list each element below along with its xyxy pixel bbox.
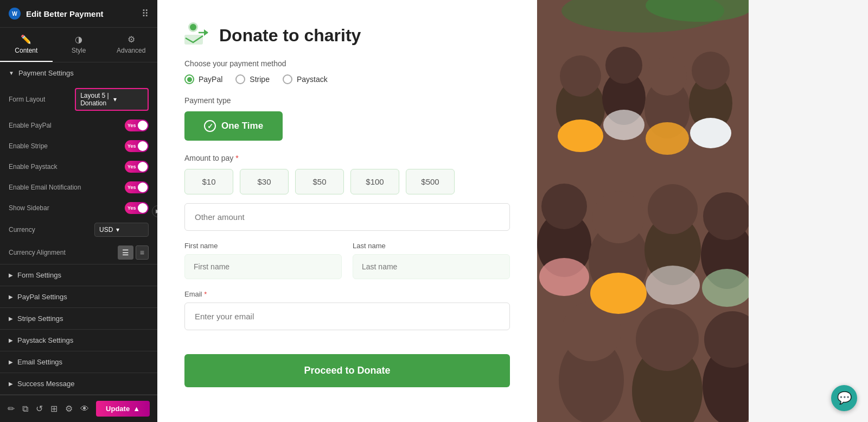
- email-settings-header[interactable]: ▶ Email Settings: [0, 351, 157, 373]
- advanced-icon: ⚙: [127, 34, 135, 45]
- email-label: Email *: [184, 290, 510, 298]
- paystack-settings-header[interactable]: ▶ Paystack Settings: [0, 330, 157, 351]
- payment-settings-section: ▼ Payment Settings Form Layout Layout 5 …: [0, 62, 157, 264]
- image-panel: [537, 0, 749, 422]
- svg-point-30: [690, 118, 731, 148]
- amount-50-button[interactable]: $50: [295, 169, 344, 194]
- enable-paystack-toggle[interactable]: Yes: [125, 161, 149, 173]
- paystack-settings-arrow: ▶: [9, 337, 13, 343]
- stripe-option[interactable]: Stripe: [235, 74, 270, 84]
- payment-settings-arrow: ▼: [9, 70, 14, 76]
- currency-row: Currency USD ▾: [0, 218, 157, 241]
- svg-point-29: [646, 122, 689, 155]
- svg-point-24: [636, 308, 699, 371]
- toggle-knob: [138, 162, 148, 172]
- amount-label: Amount to pay *: [184, 154, 510, 162]
- app-title: Edit Better Payment: [26, 9, 104, 18]
- last-name-group: Last name: [353, 242, 510, 279]
- last-name-label: Last name: [353, 242, 510, 250]
- form-settings-header[interactable]: ▶ Form Settings: [0, 264, 157, 286]
- dropdown-arrow-icon: ▾: [113, 96, 143, 103]
- first-name-group: First name: [184, 242, 342, 279]
- paypal-radio: [184, 74, 194, 84]
- paystack-settings-section: ▶ Paystack Settings: [0, 330, 157, 351]
- svg-point-1: [190, 24, 196, 30]
- one-time-button[interactable]: ✓ One Time: [184, 111, 283, 141]
- form-layout-select[interactable]: Layout 5 | Donation ▾: [75, 88, 149, 111]
- align-left-button[interactable]: ☰: [118, 245, 133, 260]
- paystack-option[interactable]: Paystack: [283, 74, 328, 84]
- currency-select[interactable]: USD ▾: [94, 223, 149, 237]
- paypal-option[interactable]: PayPal: [184, 74, 222, 84]
- currency-dropdown-arrow-icon: ▾: [116, 226, 119, 234]
- svg-point-16: [592, 191, 644, 243]
- paypal-settings-arrow: ▶: [9, 294, 13, 300]
- amount-500-button[interactable]: $500: [406, 169, 455, 194]
- tab-content[interactable]: ✏️ Content: [0, 28, 53, 62]
- layers-icon[interactable]: ⧉: [22, 404, 28, 414]
- stripe-settings-header[interactable]: ▶ Stripe Settings: [0, 308, 157, 329]
- email-section: Email *: [184, 290, 510, 341]
- first-name-input[interactable]: [184, 254, 342, 279]
- chat-bubble-button[interactable]: 💬: [831, 385, 857, 411]
- email-input[interactable]: [184, 303, 510, 330]
- payment-type-label: Payment type: [184, 96, 510, 105]
- svg-point-32: [590, 273, 647, 314]
- grid-icon[interactable]: ⠿: [142, 8, 149, 20]
- svg-point-20: [703, 192, 749, 240]
- paypal-settings-header[interactable]: ▶ PayPal Settings: [0, 286, 157, 307]
- show-sidebar-toggle[interactable]: Yes: [125, 202, 149, 214]
- check-circle-icon: ✓: [204, 120, 216, 132]
- align-right-button[interactable]: ≡: [136, 245, 149, 260]
- enable-stripe-label: Enable Stripe: [9, 142, 48, 150]
- paystack-radio: [283, 74, 292, 84]
- paypal-settings-section: ▶ PayPal Settings: [0, 286, 157, 308]
- enable-paypal-label: Enable PayPal: [9, 122, 52, 129]
- main-content: Donate to charity Choose your payment me…: [157, 0, 868, 422]
- currency-alignment-row: Currency Alignment ☰ ≡: [0, 241, 157, 264]
- amount-10-button[interactable]: $10: [184, 169, 233, 194]
- payment-settings-header[interactable]: ▼ Payment Settings: [0, 62, 157, 84]
- page-icon[interactable]: ⊞: [50, 404, 58, 414]
- enable-paypal-toggle[interactable]: Yes: [125, 119, 149, 131]
- success-message-header[interactable]: ▶ Success Message: [0, 373, 157, 394]
- name-row: First name Last name: [184, 242, 510, 279]
- amount-100-button[interactable]: $100: [350, 169, 399, 194]
- proceed-button[interactable]: Proceed to Donate: [184, 354, 510, 387]
- tab-style[interactable]: ◑ Style: [53, 28, 105, 62]
- enable-email-toggle[interactable]: Yes: [125, 181, 149, 193]
- eye-icon[interactable]: 👁: [80, 404, 89, 414]
- svg-point-14: [541, 184, 587, 229]
- toggle-knob: [138, 182, 148, 192]
- last-name-input[interactable]: [353, 254, 510, 279]
- svg-point-27: [558, 119, 603, 152]
- donate-title: Donate to charity: [219, 26, 361, 46]
- sidebar-header-left: W Edit Better Payment: [9, 8, 104, 20]
- enable-paypal-row: Enable PayPal Yes: [0, 115, 157, 136]
- sidebar-tabs: ✏️ Content ◑ Style ⚙ Advanced: [0, 28, 157, 62]
- other-amount-input[interactable]: [184, 203, 510, 231]
- update-button[interactable]: Update ▲: [96, 401, 150, 417]
- enable-paystack-row: Enable Paystack Yes: [0, 156, 157, 177]
- stripe-settings-arrow: ▶: [9, 316, 13, 322]
- charity-image: [537, 0, 749, 422]
- form-layout-label: Form Layout: [9, 96, 45, 103]
- history-icon[interactable]: ↺: [36, 404, 43, 414]
- amount-30-button[interactable]: $30: [240, 169, 289, 194]
- svg-point-18: [648, 184, 698, 234]
- sidebar-bottom: ✏ ⧉ ↺ ⊞ ⚙ 👁 Update ▲: [0, 395, 157, 422]
- settings-icon[interactable]: ⚙: [65, 404, 73, 414]
- chat-icon: 💬: [837, 391, 852, 405]
- tab-advanced[interactable]: ⚙ Advanced: [105, 28, 157, 62]
- toggle-knob: [138, 141, 148, 151]
- form-layout-row: Form Layout Layout 5 | Donation ▾: [0, 84, 157, 115]
- svg-point-12: [692, 52, 730, 90]
- success-message-section: ▶ Success Message: [0, 373, 157, 395]
- pencil-icon[interactable]: ✏: [8, 404, 15, 414]
- enable-stripe-toggle[interactable]: Yes: [125, 140, 149, 152]
- email-required-star: *: [204, 290, 207, 298]
- email-settings-section: ▶ Email Settings: [0, 351, 157, 373]
- payment-methods: PayPal Stripe Paystack: [184, 74, 510, 84]
- enable-stripe-row: Enable Stripe Yes: [0, 136, 157, 156]
- currency-alignment-label: Currency Alignment: [9, 249, 66, 256]
